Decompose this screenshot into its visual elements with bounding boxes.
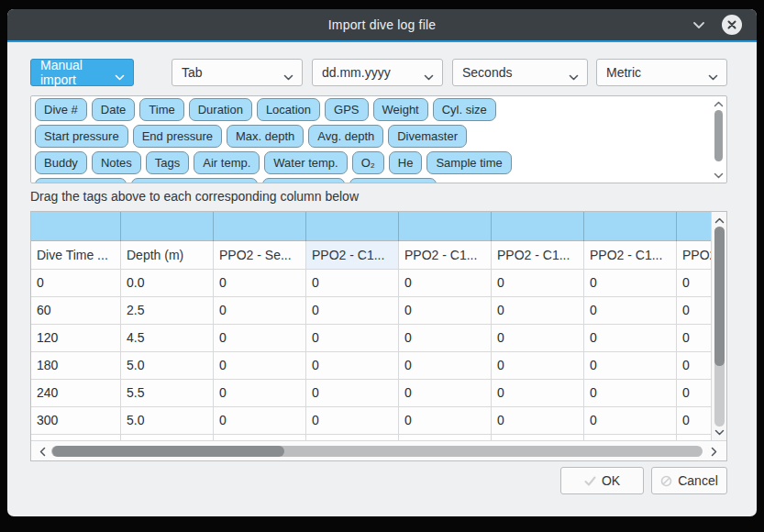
field-tag[interactable]: Air temp. (194, 151, 260, 174)
table-vertical-scrollbar[interactable] (711, 212, 726, 440)
date-format-value: dd.mm.yyyy (322, 65, 391, 80)
table-cell: 180 (31, 352, 121, 379)
field-tag[interactable]: Time (139, 98, 183, 121)
field-tag[interactable]: Weight (373, 98, 428, 121)
column-drop-row[interactable] (31, 212, 712, 241)
import-source-select[interactable]: Manual import (30, 59, 134, 86)
tags-vertical-scrollbar[interactable] (711, 97, 725, 182)
drop-cell[interactable] (584, 212, 677, 241)
field-tag[interactable]: He (389, 151, 423, 174)
field-tag[interactable]: Dive # (35, 98, 87, 121)
drop-cell[interactable] (677, 212, 712, 241)
table-cell: 0 (492, 380, 584, 406)
field-tag[interactable]: Max. depth (227, 125, 304, 148)
scroll-up-icon[interactable] (713, 99, 724, 108)
table-cell: 0 (214, 325, 306, 351)
table-cell: 5.5 (121, 380, 214, 406)
drop-cell[interactable] (214, 212, 306, 241)
drop-cell[interactable] (121, 212, 214, 241)
scroll-up-icon[interactable] (714, 216, 725, 225)
field-tag[interactable]: O₂ (352, 151, 384, 174)
column-header[interactable]: PPO2 - C1... (306, 241, 399, 269)
chevron-down-icon (569, 70, 579, 84)
table-header-row: Dive Time ...Depth (m)PPO2 - Se...PPO2 -… (31, 241, 712, 270)
column-header[interactable]: PPO2 - C1... (399, 241, 492, 269)
table-cell: 0 (492, 297, 584, 324)
column-header[interactable]: PPO2 - C1... (584, 241, 677, 269)
field-tag[interactable]: Buddy (35, 151, 87, 174)
table-cell: 0 (584, 380, 677, 406)
scroll-left-icon[interactable] (37, 446, 48, 457)
column-header[interactable]: PPO2 - Se... (214, 241, 306, 269)
table-cell: 0 (214, 407, 306, 434)
table-cell: 0 (306, 352, 399, 379)
chevron-down-icon (708, 70, 718, 84)
duration-format-select[interactable]: Seconds (452, 59, 588, 86)
close-icon[interactable] (722, 15, 742, 35)
field-tag[interactable]: GPS (325, 98, 368, 121)
column-header[interactable]: Dive Time ... (31, 241, 121, 269)
ok-button[interactable]: OK (560, 467, 644, 494)
table-cell: 0 (306, 297, 399, 324)
table-grid: Dive Time ...Depth (m)PPO2 - Se...PPO2 -… (31, 212, 712, 440)
scrollbar-thumb[interactable] (714, 110, 723, 161)
table-cell: 0 (214, 352, 306, 379)
field-tag[interactable]: Date (92, 98, 135, 121)
scrollbar-thumb[interactable] (52, 446, 284, 457)
table-cell: 0 (306, 380, 399, 406)
field-tag[interactable]: Sample CNS (349, 178, 437, 183)
table-cell: 0 (584, 297, 677, 324)
table-cell: 0 (399, 297, 492, 324)
field-tag[interactable]: Location (257, 98, 320, 121)
scrollbar-thumb[interactable] (714, 227, 725, 366)
field-tag[interactable]: Sample depth (35, 178, 127, 183)
scroll-down-icon[interactable] (714, 427, 725, 437)
drag-hint-label: Drag the tags above to each correspondin… (30, 189, 359, 204)
column-header[interactable]: Depth (m) (121, 241, 214, 269)
field-tag[interactable]: End pressure (133, 125, 222, 148)
field-tag[interactable]: Sample temperature (131, 178, 258, 183)
table-horizontal-scrollbar[interactable] (31, 440, 726, 460)
titlebar[interactable]: Import dive log file (7, 9, 757, 40)
units-value: Metric (606, 65, 641, 80)
field-tag[interactable]: Duration (189, 98, 252, 121)
table-cell: 0 (306, 270, 399, 296)
drop-cell[interactable] (31, 212, 121, 241)
field-tag[interactable]: Notes (92, 151, 141, 174)
field-tag[interactable]: Cyl. size (433, 98, 496, 121)
column-header[interactable]: PPO2 - C1... (677, 241, 712, 269)
chevron-down-icon (115, 70, 125, 84)
check-icon (584, 476, 596, 486)
chevron-down-icon[interactable] (691, 17, 707, 32)
import-preview-table: Dive Time ...Depth (m)PPO2 - Se...PPO2 -… (30, 211, 727, 461)
field-tag[interactable]: Sample time (426, 151, 511, 174)
field-tag[interactable]: Divemaster (388, 125, 467, 148)
table-cell: 0 (306, 407, 399, 434)
field-separator-select[interactable]: Tab (172, 59, 303, 86)
field-tag[interactable]: Start pressure (35, 125, 128, 148)
table-cell: 0 (399, 380, 492, 406)
units-select[interactable]: Metric (596, 59, 727, 86)
cancel-button[interactable]: Cancel (651, 467, 727, 494)
chevron-down-icon (283, 70, 293, 84)
drop-cell[interactable] (306, 212, 399, 241)
scroll-down-icon[interactable] (713, 171, 724, 180)
table-row: 3005.0000000 (31, 407, 712, 435)
scroll-right-icon[interactable] (708, 446, 719, 457)
tag-row: Start pressureEnd pressureMax. depthAvg.… (35, 125, 710, 148)
ok-button-label: OK (602, 473, 620, 488)
drop-cell[interactable] (492, 212, 584, 241)
table-cell: 120 (31, 325, 121, 351)
table-cell: 0 (677, 352, 712, 379)
field-tag[interactable]: Sample pO₂ (262, 178, 345, 183)
drop-cell[interactable] (399, 212, 492, 241)
field-tag[interactable]: Water temp. (264, 151, 347, 174)
table-row: 00.0000000 (31, 270, 712, 297)
table-cell: 300 (31, 407, 121, 434)
table-row: 602.5000000 (31, 297, 712, 325)
field-tag[interactable]: Tags (146, 151, 189, 174)
field-tag[interactable]: Avg. depth (308, 125, 383, 148)
date-format-select[interactable]: dd.mm.yyyy (312, 59, 443, 86)
screen: Import dive log file Manual import Tab (0, 0, 764, 532)
column-header[interactable]: PPO2 - C1... (492, 241, 584, 269)
